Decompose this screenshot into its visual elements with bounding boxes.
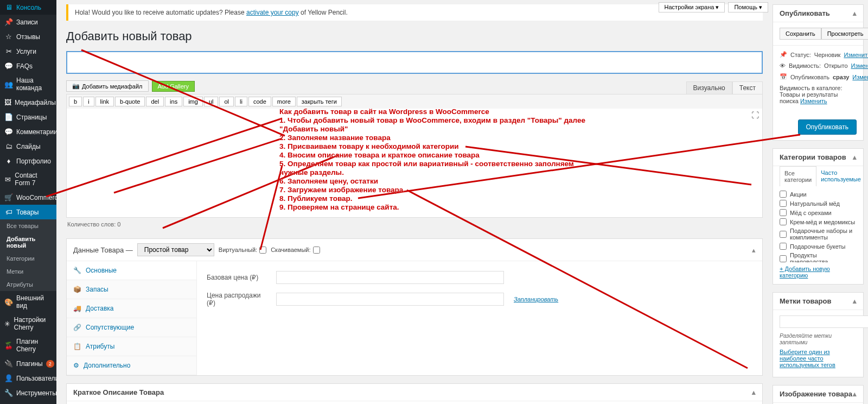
cat-tab-all[interactable]: Все категории	[780, 166, 816, 186]
description-textarea[interactable]: ⛶	[67, 109, 762, 217]
sidebar-item[interactable]: 🗂Слайды	[0, 139, 56, 154]
edit-status-link[interactable]: Изменить	[844, 52, 868, 58]
add-media-button[interactable]: 📷Добавить медиафайл	[66, 80, 149, 92]
sidebar-item[interactable]: Категории	[0, 252, 56, 265]
sidebar-item[interactable]: 🛒WooCommerce	[0, 190, 56, 205]
category-checkbox[interactable]	[780, 218, 787, 225]
screen-options-button[interactable]: Настройки экрана ▾	[659, 2, 725, 12]
sale-price-input[interactable]	[276, 293, 504, 306]
menu-icon: 🏷	[4, 208, 13, 216]
downloadable-checkbox[interactable]	[313, 247, 320, 254]
edit-visibility-link[interactable]: Изменить	[851, 62, 868, 69]
category-checkbox[interactable]	[780, 231, 787, 238]
category-checkbox[interactable]	[780, 255, 787, 262]
add-category-link[interactable]: + Добавить новую категорию	[780, 266, 857, 279]
category-item[interactable]: Натуральный мёд	[780, 199, 857, 208]
sidebar-item[interactable]: Все товары	[0, 219, 56, 232]
add-gallery-button[interactable]: Add Gallery	[152, 81, 195, 92]
sidebar-item[interactable]: ♦Портфолио	[0, 154, 56, 168]
product-tab[interactable]: 📋Атрибуты	[67, 337, 196, 356]
category-checkbox[interactable]	[780, 191, 787, 198]
category-checkbox[interactable]	[780, 209, 787, 216]
publish-button[interactable]: Опубликовать	[798, 119, 857, 135]
sidebar-item[interactable]: 🔌Плагины2	[0, 356, 56, 371]
sidebar-item[interactable]: 🎨Внешний вид	[0, 291, 56, 313]
qtag-button[interactable]: ins	[165, 97, 182, 106]
sidebar-item[interactable]: ⚙Настройки	[0, 400, 56, 404]
category-checkbox[interactable]	[780, 243, 787, 250]
product-tab[interactable]: ⚙Дополнительно	[67, 356, 196, 375]
product-type-select[interactable]: Простой товар	[137, 243, 214, 256]
cat-tab-freq[interactable]: Часто используемые	[816, 166, 865, 186]
sidebar-item[interactable]: 📄Страницы	[0, 110, 56, 124]
panel-toggle-icon[interactable]: ▴	[752, 246, 756, 254]
qtag-button[interactable]: b	[69, 97, 82, 106]
categories-title: Категории товаров	[780, 153, 846, 161]
regular-price-input[interactable]	[276, 271, 504, 284]
category-item[interactable]: Акции	[780, 190, 857, 199]
product-title-input[interactable]	[66, 51, 763, 74]
category-item[interactable]: Подарочные букеты	[780, 242, 857, 251]
sidebar-item[interactable]: 💬FAQs	[0, 59, 56, 73]
qtag-button[interactable]: del	[146, 97, 164, 106]
sidebar-item[interactable]: 🍒Плагин Cherry	[0, 334, 56, 356]
help-button[interactable]: Помощь ▾	[728, 2, 768, 12]
sidebar-item[interactable]: Атрибуты	[0, 278, 56, 291]
sidebar-item[interactable]: Метки	[0, 265, 56, 278]
menu-icon: 👥	[4, 80, 13, 89]
edit-catalog-vis-link[interactable]: Изменить	[800, 98, 827, 104]
qtag-button[interactable]: i	[83, 97, 94, 106]
qtag-button[interactable]: li	[235, 97, 247, 106]
category-item[interactable]: Крем-мёд и медомиксы	[780, 217, 857, 226]
camera-icon: 📷	[72, 83, 80, 90]
sidebar-item[interactable]: ✳Настройки Cherry	[0, 313, 56, 334]
image-title: Изображение товара	[780, 390, 852, 398]
schedule-link[interactable]: Запланировать	[514, 296, 558, 302]
sidebar-item[interactable]: 👤Пользователи	[0, 371, 56, 386]
expand-icon[interactable]: ⛶	[751, 111, 759, 119]
panel-toggle-icon[interactable]: ▴	[752, 388, 756, 396]
choose-tags-link[interactable]: Выберите один из наиболее часто использу…	[780, 349, 857, 368]
category-item[interactable]: Продукты пчеловодства	[780, 251, 857, 262]
qtag-button[interactable]: img	[183, 97, 203, 106]
preview-button[interactable]: Просмотреть	[821, 28, 868, 40]
sidebar-item[interactable]: ☆Отзывы	[0, 29, 56, 44]
qtag-button[interactable]: code	[248, 97, 271, 106]
category-item[interactable]: Мёд с орехами	[780, 208, 857, 217]
sidebar-item[interactable]: 🖥Консоль	[0, 0, 56, 15]
sidebar-item[interactable]: ✉Contact Form 7	[0, 168, 56, 190]
category-checkbox[interactable]	[780, 200, 787, 207]
product-tab[interactable]: 🔧Основные	[67, 261, 196, 280]
product-tab[interactable]: 📦Запасы	[67, 280, 196, 299]
qtag-button[interactable]: b-quote	[115, 97, 145, 106]
save-draft-button[interactable]: Сохранить	[780, 28, 821, 40]
sidebar-item[interactable]: ✂Услуги	[0, 44, 56, 59]
qtag-button[interactable]: more	[272, 97, 296, 106]
toggle-icon[interactable]: ▴	[853, 297, 857, 305]
publish-title: Опубликовать	[780, 9, 830, 17]
sidebar-item[interactable]: 💬Комментарии1	[0, 124, 56, 139]
qtag-button[interactable]: link	[95, 97, 114, 106]
toggle-icon[interactable]: ▴	[853, 153, 857, 161]
tab-icon: 📋	[73, 343, 81, 350]
category-item[interactable]: Подарочные наборы и комплименты	[780, 226, 857, 242]
toggle-icon[interactable]: ▴	[853, 9, 857, 17]
product-tab[interactable]: 🔗Сопутствующие	[67, 318, 196, 337]
qtag-button[interactable]: ul	[204, 97, 219, 106]
sidebar-item[interactable]: Добавить новый	[0, 232, 56, 252]
tab-visual[interactable]: Визуально	[686, 81, 732, 94]
sidebar-item[interactable]: 👥Наша команда	[0, 73, 56, 95]
sidebar-item[interactable]: 📌Записи	[0, 15, 56, 29]
edit-date-link[interactable]: Изменить	[852, 74, 868, 80]
sidebar-item[interactable]: 🖼Медиафайлы	[0, 95, 56, 110]
sidebar-item[interactable]: 🏷Товары	[0, 205, 56, 219]
tag-input[interactable]	[780, 315, 868, 328]
qtag-button[interactable]: ol	[219, 97, 234, 106]
tab-text[interactable]: Текст	[732, 81, 763, 94]
qtag-button[interactable]: закрыть теги	[297, 97, 342, 106]
activate-link[interactable]: activate your copy	[246, 9, 299, 16]
toggle-icon[interactable]: ▴	[853, 390, 857, 398]
virtual-checkbox[interactable]	[259, 247, 266, 254]
product-tab[interactable]: 🚚Доставка	[67, 299, 196, 318]
sidebar-item[interactable]: 🔧Инструменты	[0, 386, 56, 400]
